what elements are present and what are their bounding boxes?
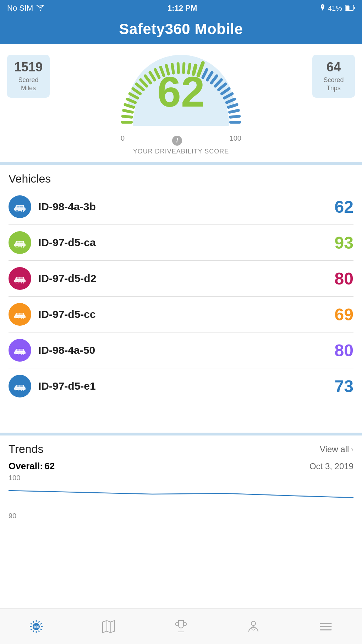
vehicle-score: 69 xyxy=(335,305,353,324)
svg-point-49 xyxy=(22,282,24,283)
driver-icon xyxy=(245,618,262,635)
score-section: 1519 ScoredMiles 62 0 i 100 YOUR DRIVEAB… xyxy=(0,44,362,162)
svg-point-48 xyxy=(16,282,18,283)
info-icon[interactable]: i xyxy=(172,136,182,146)
nav-item-trophy[interactable] xyxy=(169,614,193,639)
svg-rect-51 xyxy=(20,277,23,279)
svg-line-33 xyxy=(229,105,237,107)
vehicle-item[interactable]: ID-97-d5-ca 93 xyxy=(9,225,353,261)
nav-item-map[interactable] xyxy=(96,614,121,639)
svg-line-79 xyxy=(31,623,32,624)
vehicle-icon xyxy=(9,303,31,326)
svg-line-76 xyxy=(33,631,34,632)
svg-point-38 xyxy=(16,210,18,212)
vehicle-item[interactable]: ID-98-4a-3b 62 xyxy=(9,189,353,225)
svg-rect-1 xyxy=(354,7,355,9)
svg-line-74 xyxy=(39,631,40,632)
vehicle-item[interactable]: ID-97-d5-d2 80 xyxy=(9,261,353,297)
scored-miles-label: ScoredMiles xyxy=(13,76,43,93)
nav-item-home[interactable]: 100 xyxy=(24,614,49,639)
scored-trips-box: 64 ScoredTrips xyxy=(312,55,355,98)
vehicle-item[interactable]: ID-97-d5-cc 69 xyxy=(9,297,353,332)
bottom-nav: 100 xyxy=(0,608,362,644)
vehicle-score: 80 xyxy=(335,341,353,360)
svg-line-71 xyxy=(40,623,42,624)
vehicle-id: ID-98-4a-50 xyxy=(38,344,335,356)
svg-point-59 xyxy=(22,353,24,355)
svg-point-39 xyxy=(22,210,24,212)
trends-date: Oct 3, 2019 xyxy=(309,461,353,471)
svg-line-73 xyxy=(40,629,42,630)
svg-rect-57 xyxy=(14,351,26,354)
wifi-icon xyxy=(37,4,44,13)
svg-line-12 xyxy=(137,84,143,90)
scored-trips-value: 64 xyxy=(319,60,349,75)
status-time: 1:12 PM xyxy=(168,4,197,13)
svg-line-34 xyxy=(230,110,238,112)
svg-line-70 xyxy=(39,621,40,622)
svg-rect-37 xyxy=(14,208,26,211)
menu-icon xyxy=(317,618,335,635)
home-icon: 100 xyxy=(27,618,45,635)
vehicle-icon xyxy=(9,231,31,254)
vehicles-title: Vehicles xyxy=(9,172,353,185)
svg-line-11 xyxy=(133,89,141,94)
svg-point-54 xyxy=(22,318,24,319)
vehicles-section: Vehicles ID-98-4a-3b 62 xyxy=(0,165,362,404)
trends-chart xyxy=(9,483,353,512)
vehicle-item[interactable]: ID-98-4a-50 80 xyxy=(9,332,353,368)
vehicle-icon xyxy=(9,195,31,218)
status-left: No SIM xyxy=(7,4,44,13)
vehicle-id: ID-97-d5-d2 xyxy=(38,272,335,285)
svg-marker-81 xyxy=(103,621,115,633)
svg-rect-60 xyxy=(17,349,20,351)
trophy-icon xyxy=(172,618,190,635)
vehicle-score: 62 xyxy=(335,197,353,217)
svg-line-30 xyxy=(222,89,229,94)
nav-item-driver[interactable] xyxy=(241,614,266,639)
app-title: Safety360 Mobile xyxy=(0,21,362,38)
content-spacer xyxy=(0,404,362,433)
vehicle-item[interactable]: ID-97-d5-e1 73 xyxy=(9,368,353,404)
svg-rect-47 xyxy=(14,280,26,282)
svg-rect-55 xyxy=(17,313,20,315)
trends-title: Trends xyxy=(9,443,43,456)
svg-rect-41 xyxy=(20,206,23,207)
vehicle-id: ID-97-d5-ca xyxy=(38,237,335,249)
svg-line-77 xyxy=(31,629,32,630)
svg-line-6 xyxy=(123,116,132,117)
vehicle-icon xyxy=(9,375,31,397)
svg-rect-2 xyxy=(345,5,349,10)
svg-rect-42 xyxy=(14,244,26,247)
svg-text:100: 100 xyxy=(33,625,39,629)
vehicle-id: ID-97-d5-cc xyxy=(38,308,335,320)
view-all-button[interactable]: View all › xyxy=(320,444,353,454)
gauge-info: i xyxy=(172,136,182,146)
svg-line-10 xyxy=(130,94,138,98)
svg-point-44 xyxy=(22,246,24,248)
svg-line-7 xyxy=(124,110,132,112)
vehicle-icon xyxy=(9,339,31,362)
svg-line-13 xyxy=(141,80,147,86)
svg-rect-40 xyxy=(17,206,20,207)
svg-line-14 xyxy=(145,76,150,83)
nav-item-menu[interactable] xyxy=(313,614,338,639)
svg-rect-45 xyxy=(17,242,20,243)
vehicle-score: 73 xyxy=(335,377,353,396)
gauge-container: 62 0 i 100 YOUR DRIVEABILITY SCORE xyxy=(99,55,263,155)
y-label-90: 90 xyxy=(9,512,353,520)
trends-section: Trends View all › Overall: 62 Oct 3, 201… xyxy=(0,433,362,520)
svg-line-29 xyxy=(219,84,225,90)
vehicle-id: ID-97-d5-e1 xyxy=(38,380,335,392)
location-icon xyxy=(320,4,325,12)
map-icon xyxy=(100,618,117,635)
svg-rect-65 xyxy=(17,385,20,387)
vehicle-score: 93 xyxy=(335,233,353,253)
svg-line-8 xyxy=(125,105,134,107)
svg-rect-46 xyxy=(20,242,23,243)
svg-point-58 xyxy=(16,353,18,355)
svg-line-28 xyxy=(215,80,221,86)
driveability-score-value: 62 xyxy=(157,70,204,113)
scored-trips-label: ScoredTrips xyxy=(319,76,349,93)
overall-score: 62 xyxy=(44,461,55,471)
